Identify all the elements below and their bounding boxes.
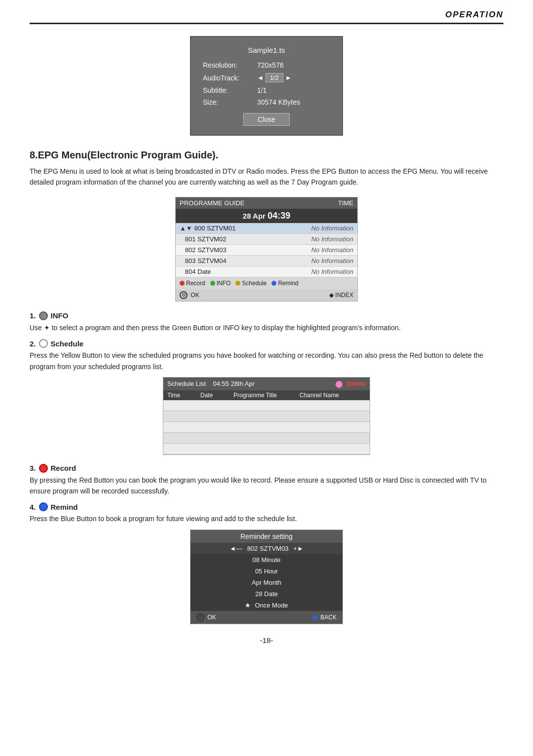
row3-prog [233,424,300,430]
reminder-hour-row: 05 Hour [190,566,343,577]
epg-date-row: 28 Apr 04:39 [176,209,357,223]
epg-col1: PROGRAMME GUIDE [180,199,244,207]
legend-record-label: Record [186,280,205,287]
reminder-back-dot [312,615,317,620]
schedule-row [163,444,370,454]
row1-prog [233,403,300,408]
dot-green [210,281,215,286]
epg-channel-row[interactable]: ▲▼800 SZTVM01No Information [176,223,357,234]
reminder-ok-label: OK [207,613,216,620]
row5-ch [300,446,366,452]
channel-name: 801 SZTVM02 [180,235,227,243]
file-info-filename: Sample1.ts [203,46,330,54]
epg-header-row: PROGRAMME GUIDE TIME [176,197,357,209]
close-button[interactable]: Close [243,113,290,126]
audiotrack-left-arrow[interactable]: ◄ [257,74,264,81]
row1-date [200,403,233,408]
row2-date [200,414,233,419]
dot-red [180,281,185,286]
channel-name: 802 SZTVM03 [180,246,227,254]
pink-dot [336,381,343,388]
delete-label[interactable]: Delete [346,380,366,387]
audiotrack-value: ◄ 1/2 ► [257,73,292,82]
reminder-left-arrow[interactable]: ◄— [229,545,242,552]
col-date: Date [200,392,233,399]
channel-name: ▲▼800 SZTVM01 [180,225,236,232]
reminder-footer: ⊙ OK BACK [190,611,343,624]
index-icon: ◆ [329,292,335,299]
epg-ok[interactable]: ⊙ OK [180,291,199,299]
row2-time [167,414,200,419]
epg-channel-row[interactable]: 801 SZTVM02No Information [176,234,357,245]
legend-remind: Remind [271,280,298,287]
schedule-section-header: 2. Schedule [30,339,503,348]
epg-channel-row[interactable]: 804 DateNo Information [176,266,357,277]
row2-ch [300,414,366,419]
record-label: Record [51,464,76,472]
epg-legend-row: Record INFO Schedule Remind [176,277,357,289]
schedule-title: Schedule List 04:55 28th Apr [167,380,255,387]
subtitle-value: 1/1 [257,86,266,94]
row1-ch [300,403,366,408]
header-title: OPERATION [445,10,503,19]
row2-prog [233,414,300,419]
info-label: INFO [51,311,69,320]
ok-label: OK [190,291,199,298]
info-circle-icon [39,311,48,320]
col-programme-title: Programme Title [233,392,300,399]
remind-num: 4. [30,503,36,511]
page-header: OPERATION [30,10,503,24]
reminder-setting-table: Reminder setting ◄— 802 SZTVM03 +► 08 Mi… [190,529,343,624]
reminder-back[interactable]: BACK [312,614,337,621]
schedule-list-table: Schedule List 04:55 28th Apr Delete Time… [163,377,370,455]
schedule-num: 2. [30,340,36,348]
schedule-desc: Press the Yellow Button to view the sche… [30,350,503,372]
row3-time [167,424,200,430]
epg-channel-row[interactable]: 803 SZTVM04No Information [176,256,357,266]
epg-channels: ▲▼800 SZTVM01No Information 801 SZTVM02N… [176,223,357,277]
epg-channel-row[interactable]: 802 SZTVM03No Information [176,245,357,256]
row1-time [167,403,200,408]
reminder-mode: Once Mode [255,602,288,609]
reminder-back-label: BACK [320,614,337,621]
size-label: Size: [203,98,257,106]
col-time: Time [167,392,200,399]
legend-schedule-label: Schedule [242,280,266,287]
reminder-mode-row: ★ Once Mode [190,600,343,611]
schedule-header: Schedule List 04:55 28th Apr Delete [163,378,370,390]
row5-time [167,446,200,452]
subtitle-row: Subtitle: 1/1 [203,86,330,94]
remind-section-header: 4. Remind [30,502,503,511]
legend-remind-label: Remind [278,280,298,287]
file-info-dialog: Sample1.ts Resolution: 720x576 AudioTrac… [190,36,343,136]
size-value: 30574 KBytes [257,98,300,106]
reminder-right-arrow[interactable]: +► [294,545,304,552]
channel-info: No Information [311,246,353,254]
reminder-channel-row: ◄— 802 SZTVM03 +► [190,543,343,554]
remind-label: Remind [51,503,78,511]
channel-name: 804 Date [180,268,211,275]
schedule-circle-icon [39,339,48,348]
info-desc: Use ✦ to select a program and then press… [30,322,503,333]
reminder-month-row: Apr Month [190,577,343,588]
size-row: Size: 30574 KBytes [203,98,330,106]
ok-icon: ⊙ [180,291,188,299]
schedule-row [163,411,370,422]
epg-col2: TIME [338,199,353,207]
legend-info-label: INFO [217,280,231,287]
reminder-ok[interactable]: ⊙ OK [196,613,216,621]
legend-schedule: Schedule [235,280,266,287]
reminder-channel: 802 SZTVM03 [247,545,289,552]
close-btn-row: Close [203,113,330,126]
record-circle-icon [39,464,48,473]
reminder-date-row: 28 Date [190,588,343,600]
page-number: -18- [30,636,503,644]
audiotrack-label: AudioTrack: [203,74,257,82]
epg-time: 04:39 [267,211,290,221]
channel-info: No Information [311,257,353,265]
schedule-row [163,400,370,411]
audiotrack-right-arrow[interactable]: ► [285,74,292,81]
epg-ok-row: ⊙ OK ◆ INDEX [176,289,357,301]
reminder-header: Reminder setting [190,530,343,543]
reminder-minute-row: 08 Minute [190,554,343,566]
